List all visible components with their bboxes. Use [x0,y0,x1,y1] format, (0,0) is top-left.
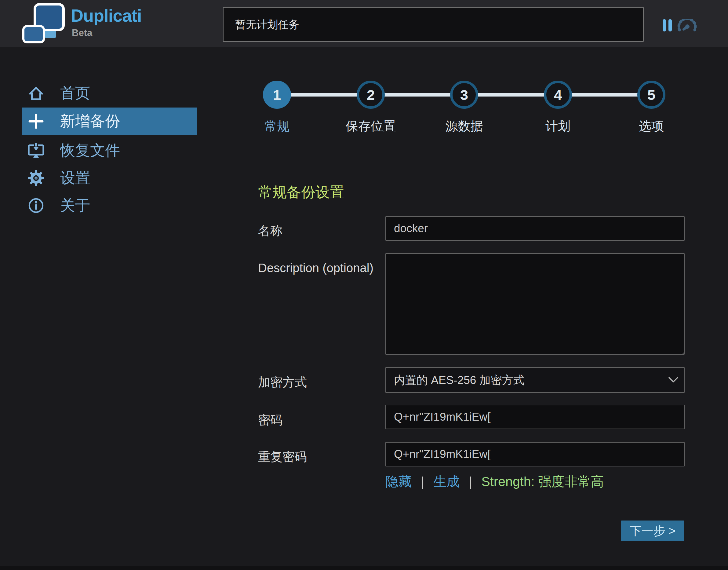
step-label: 保存位置 [340,118,401,135]
gear-icon [27,170,45,187]
sidebar-item-home[interactable]: 首页 [22,79,197,107]
next-step-button[interactable]: 下一步 > [621,521,684,541]
step-label: 源数据 [434,118,495,135]
step-schedule[interactable]: 4 计划 [527,81,589,135]
encryption-select[interactable]: 内置的 AES-256 加密方式 [385,367,685,393]
header: Duplicati Beta 暂无计划任务 [0,0,728,47]
footer-strip [0,566,728,570]
encryption-label: 加密方式 [258,374,307,391]
step-circle[interactable]: 3 [450,81,478,109]
sidebar-item-settings[interactable]: 设置 [22,164,197,192]
separator: | [415,474,430,489]
password-label: 密码 [258,412,283,429]
status-text: 暂无计划任务 [235,17,299,32]
password-links-row: 隐藏 | 生成 | Strength: 强度非常高 [385,473,604,491]
step-label: 常规 [247,118,308,135]
step-label: 计划 [527,118,589,135]
step-circle[interactable]: 1 [263,81,291,109]
restore-icon [27,142,45,159]
sidebar-item-about[interactable]: 关于 [22,192,197,219]
duplicati-app: Duplicati Beta 暂无计划任务 首页 [0,0,728,570]
sidebar-item-label: 新增备份 [60,111,120,131]
repeat-password-label: 重复密码 [258,449,307,465]
throttle-gauge-icon[interactable] [677,19,697,32]
password-strength-text: Strength: 强度非常高 [481,474,604,489]
sidebar-item-label: 恢复文件 [60,140,120,161]
sidebar-item-restore[interactable]: 恢复文件 [22,137,197,164]
logo-square-small [22,25,45,43]
separator: | [463,474,477,489]
description-textarea[interactable] [385,253,685,355]
description-label: Description (optional) [258,261,373,275]
step-options[interactable]: 5 选项 [621,81,682,135]
home-icon [27,85,45,102]
sidebar-item-add-backup[interactable]: 新增备份 [22,107,197,135]
sidebar-item-label: 关于 [60,196,90,216]
duplicati-logo-icon[interactable] [0,0,73,47]
pause-bar [669,19,672,31]
generate-password-link[interactable]: 生成 [433,474,459,489]
plus-icon [27,113,45,130]
step-circle[interactable]: 4 [544,81,572,109]
step-label: 选项 [621,118,682,135]
page-title: 常规备份设置 [258,183,344,202]
scheduled-tasks-status[interactable]: 暂无计划任务 [223,7,644,42]
sidebar-item-label: 设置 [60,168,90,188]
step-destination[interactable]: 2 保存位置 [340,81,401,135]
pause-bar [663,19,666,31]
app-edition-badge: Beta [72,27,92,38]
step-circle[interactable]: 5 [637,81,665,109]
app-title: Duplicati [71,5,142,26]
step-general[interactable]: 1 常规 [247,81,308,135]
sidebar-item-label: 首页 [60,83,90,103]
info-icon [27,197,45,214]
repeat-password-input[interactable] [385,442,685,467]
backup-name-input[interactable] [385,216,685,241]
hide-password-link[interactable]: 隐藏 [385,474,412,489]
name-label: 名称 [258,222,283,239]
encryption-select-wrap: 内置的 AES-256 加密方式 [385,367,685,393]
pause-icon[interactable] [663,19,672,31]
step-source-data[interactable]: 3 源数据 [434,81,495,135]
step-circle[interactable]: 2 [357,81,385,109]
password-input[interactable] [385,405,685,429]
